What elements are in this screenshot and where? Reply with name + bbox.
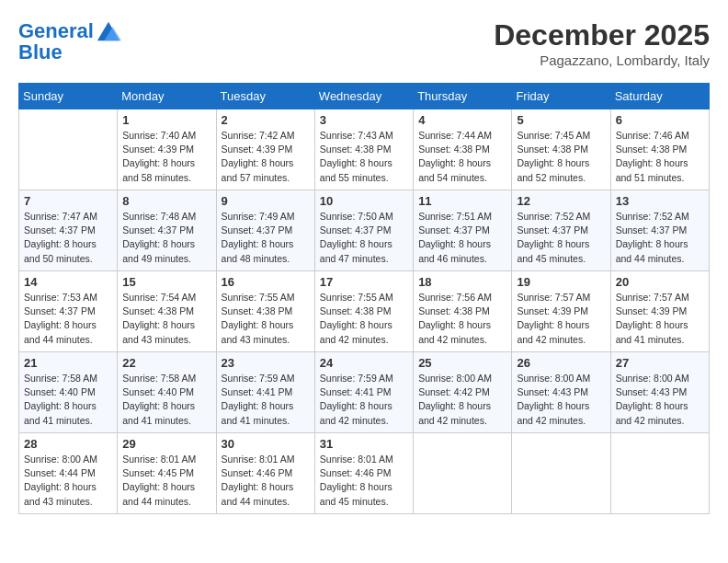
calendar-cell: 16Sunrise: 7:55 AMSunset: 4:38 PMDayligh… (216, 271, 314, 352)
weekday-header: Friday (512, 84, 610, 109)
calendar-cell: 28Sunrise: 8:00 AMSunset: 4:44 PMDayligh… (19, 433, 118, 514)
calendar-week-row: 1Sunrise: 7:40 AMSunset: 4:39 PMDaylight… (19, 109, 710, 190)
calendar-cell: 20Sunrise: 7:57 AMSunset: 4:39 PMDayligh… (610, 271, 709, 352)
day-number: 22 (122, 356, 210, 370)
calendar-cell: 23Sunrise: 7:59 AMSunset: 4:41 PMDayligh… (216, 352, 314, 433)
calendar-cell: 4Sunrise: 7:44 AMSunset: 4:38 PMDaylight… (414, 109, 512, 190)
day-info: Sunrise: 7:51 AMSunset: 4:37 PMDaylight:… (418, 210, 506, 266)
day-number: 10 (320, 194, 408, 208)
logo-text: General (18, 20, 94, 42)
calendar-cell: 2Sunrise: 7:42 AMSunset: 4:39 PMDaylight… (216, 109, 314, 190)
weekday-header: Wednesday (314, 84, 413, 109)
day-number: 6 (616, 113, 704, 127)
day-number: 19 (517, 275, 605, 289)
calendar-cell: 12Sunrise: 7:52 AMSunset: 4:37 PMDayligh… (512, 190, 610, 271)
calendar-cell: 3Sunrise: 7:43 AMSunset: 4:38 PMDaylight… (314, 109, 413, 190)
day-number: 20 (616, 275, 704, 289)
day-number: 21 (24, 356, 112, 370)
calendar-cell: 22Sunrise: 7:58 AMSunset: 4:40 PMDayligh… (118, 352, 216, 433)
day-number: 1 (122, 113, 210, 127)
day-number: 17 (320, 275, 408, 289)
calendar-cell: 18Sunrise: 7:56 AMSunset: 4:38 PMDayligh… (414, 271, 512, 352)
calendar-cell: 7Sunrise: 7:47 AMSunset: 4:37 PMDaylight… (19, 190, 118, 271)
calendar-cell: 14Sunrise: 7:53 AMSunset: 4:37 PMDayligh… (19, 271, 118, 352)
day-info: Sunrise: 7:54 AMSunset: 4:38 PMDaylight:… (122, 291, 210, 347)
weekday-header-row: SundayMondayTuesdayWednesdayThursdayFrid… (19, 84, 710, 109)
day-info: Sunrise: 7:40 AMSunset: 4:39 PMDaylight:… (122, 129, 210, 185)
day-info: Sunrise: 7:57 AMSunset: 4:39 PMDaylight:… (517, 291, 605, 347)
day-number: 26 (517, 356, 605, 370)
calendar-cell: 19Sunrise: 7:57 AMSunset: 4:39 PMDayligh… (512, 271, 610, 352)
day-number: 23 (222, 356, 310, 370)
calendar-cell: 5Sunrise: 7:45 AMSunset: 4:38 PMDaylight… (512, 109, 610, 190)
calendar-cell: 10Sunrise: 7:50 AMSunset: 4:37 PMDayligh… (314, 190, 413, 271)
calendar-week-row: 14Sunrise: 7:53 AMSunset: 4:37 PMDayligh… (19, 271, 710, 352)
calendar-cell (414, 433, 512, 514)
day-info: Sunrise: 7:49 AMSunset: 4:37 PMDaylight:… (222, 210, 310, 266)
day-info: Sunrise: 7:47 AMSunset: 4:37 PMDaylight:… (24, 210, 112, 266)
day-number: 16 (222, 275, 310, 289)
day-info: Sunrise: 8:00 AMSunset: 4:43 PMDaylight:… (517, 372, 605, 428)
day-number: 13 (616, 194, 704, 208)
day-number: 24 (320, 356, 408, 370)
weekday-header: Sunday (19, 84, 118, 109)
calendar-cell: 29Sunrise: 8:01 AMSunset: 4:45 PMDayligh… (118, 433, 216, 514)
month-title: December 2025 (494, 18, 710, 52)
weekday-header: Saturday (610, 84, 709, 109)
day-info: Sunrise: 7:59 AMSunset: 4:41 PMDaylight:… (320, 372, 408, 428)
day-info: Sunrise: 7:55 AMSunset: 4:38 PMDaylight:… (222, 291, 310, 347)
logo: General Blue (18, 18, 121, 64)
calendar-cell: 1Sunrise: 7:40 AMSunset: 4:39 PMDaylight… (118, 109, 216, 190)
day-number: 15 (122, 275, 210, 289)
calendar-cell (19, 109, 118, 190)
day-number: 8 (122, 194, 210, 208)
page-header: General Blue December 2025 Pagazzano, Lo… (18, 18, 710, 68)
day-number: 14 (24, 275, 112, 289)
weekday-header: Thursday (414, 84, 512, 109)
day-number: 30 (222, 437, 310, 451)
day-number: 25 (418, 356, 506, 370)
day-info: Sunrise: 7:50 AMSunset: 4:37 PMDaylight:… (320, 210, 408, 266)
day-number: 2 (222, 113, 310, 127)
calendar-cell: 15Sunrise: 7:54 AMSunset: 4:38 PMDayligh… (118, 271, 216, 352)
day-info: Sunrise: 8:01 AMSunset: 4:46 PMDaylight:… (222, 453, 310, 509)
day-info: Sunrise: 7:44 AMSunset: 4:38 PMDaylight:… (418, 129, 506, 185)
day-info: Sunrise: 7:52 AMSunset: 4:37 PMDaylight:… (517, 210, 605, 266)
day-info: Sunrise: 7:42 AMSunset: 4:39 PMDaylight:… (222, 129, 310, 185)
day-info: Sunrise: 7:52 AMSunset: 4:37 PMDaylight:… (616, 210, 704, 266)
calendar-cell: 26Sunrise: 8:00 AMSunset: 4:43 PMDayligh… (512, 352, 610, 433)
weekday-header: Monday (118, 84, 216, 109)
day-info: Sunrise: 7:45 AMSunset: 4:38 PMDaylight:… (517, 129, 605, 185)
calendar-week-row: 21Sunrise: 7:58 AMSunset: 4:40 PMDayligh… (19, 352, 710, 433)
day-info: Sunrise: 8:01 AMSunset: 4:45 PMDaylight:… (122, 453, 210, 509)
day-info: Sunrise: 8:01 AMSunset: 4:46 PMDaylight:… (320, 453, 408, 509)
calendar-cell: 30Sunrise: 8:01 AMSunset: 4:46 PMDayligh… (216, 433, 314, 514)
day-info: Sunrise: 7:56 AMSunset: 4:38 PMDaylight:… (418, 291, 506, 347)
calendar-week-row: 28Sunrise: 8:00 AMSunset: 4:44 PMDayligh… (19, 433, 710, 514)
calendar-cell: 9Sunrise: 7:49 AMSunset: 4:37 PMDaylight… (216, 190, 314, 271)
day-number: 27 (616, 356, 704, 370)
day-info: Sunrise: 7:59 AMSunset: 4:41 PMDaylight:… (222, 372, 310, 428)
calendar-cell: 8Sunrise: 7:48 AMSunset: 4:37 PMDaylight… (118, 190, 216, 271)
day-info: Sunrise: 7:58 AMSunset: 4:40 PMDaylight:… (122, 372, 210, 428)
day-info: Sunrise: 7:57 AMSunset: 4:39 PMDaylight:… (616, 291, 704, 347)
calendar-table: SundayMondayTuesdayWednesdayThursdayFrid… (18, 83, 710, 514)
calendar-week-row: 7Sunrise: 7:47 AMSunset: 4:37 PMDaylight… (19, 190, 710, 271)
calendar-cell (610, 433, 709, 514)
day-number: 9 (222, 194, 310, 208)
calendar-cell (512, 433, 610, 514)
day-info: Sunrise: 7:48 AMSunset: 4:37 PMDaylight:… (122, 210, 210, 266)
day-number: 28 (24, 437, 112, 451)
logo-icon (96, 18, 121, 44)
calendar-cell: 27Sunrise: 8:00 AMSunset: 4:43 PMDayligh… (610, 352, 709, 433)
calendar-cell: 11Sunrise: 7:51 AMSunset: 4:37 PMDayligh… (414, 190, 512, 271)
day-number: 18 (418, 275, 506, 289)
title-block: December 2025 Pagazzano, Lombardy, Italy (494, 18, 710, 68)
day-number: 3 (320, 113, 408, 127)
day-info: Sunrise: 8:00 AMSunset: 4:43 PMDaylight:… (616, 372, 704, 428)
day-info: Sunrise: 7:58 AMSunset: 4:40 PMDaylight:… (24, 372, 112, 428)
calendar-cell: 31Sunrise: 8:01 AMSunset: 4:46 PMDayligh… (314, 433, 413, 514)
day-number: 29 (122, 437, 210, 451)
day-info: Sunrise: 7:46 AMSunset: 4:38 PMDaylight:… (616, 129, 704, 185)
day-info: Sunrise: 7:53 AMSunset: 4:37 PMDaylight:… (24, 291, 112, 347)
